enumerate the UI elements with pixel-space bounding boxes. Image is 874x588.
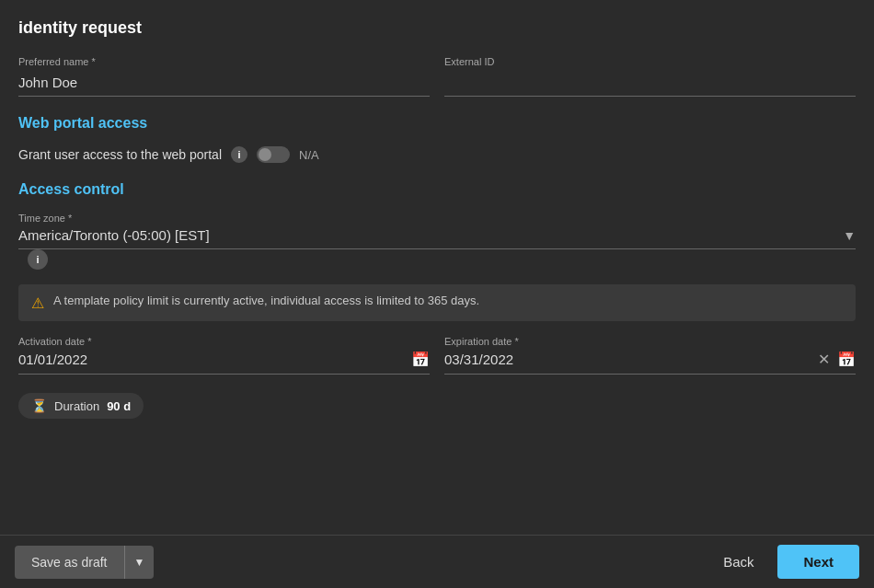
next-button[interactable]: Next bbox=[777, 545, 859, 579]
timezone-value: America/Toronto (-05:00) [EST] bbox=[18, 227, 843, 243]
timezone-field: Time zone * America/Toronto (-05:00) [ES… bbox=[18, 213, 856, 270]
access-control-section: Access control Time zone * America/Toron… bbox=[18, 181, 856, 428]
expiration-date-value: 03/31/2022 bbox=[444, 352, 818, 367]
footer-left: Save as draft ▼ bbox=[15, 546, 154, 579]
expiration-date-wrapper: 03/31/2022 ✕ 📅 bbox=[444, 351, 856, 375]
duration-badge: ⏳ Duration 90 d bbox=[18, 393, 144, 419]
preferred-name-label: Preferred name * bbox=[18, 56, 430, 67]
duration-label: Duration bbox=[54, 399, 99, 413]
warning-icon: ⚠ bbox=[31, 294, 44, 312]
expiration-date-label: Expiration date * bbox=[444, 336, 856, 347]
save-draft-button[interactable]: Save as draft bbox=[15, 546, 124, 579]
expiration-clear-icon[interactable]: ✕ bbox=[818, 351, 830, 368]
policy-warning-banner: ⚠ A template policy limit is currently a… bbox=[18, 284, 856, 321]
activation-date-wrapper: 01/01/2022 📅 bbox=[18, 351, 430, 375]
duration-value: 90 d bbox=[107, 399, 131, 413]
web-portal-toggle-row: Grant user access to the web portal i N/… bbox=[18, 146, 856, 163]
activation-calendar-icon[interactable]: 📅 bbox=[411, 351, 430, 368]
external-id-field: External ID bbox=[444, 56, 856, 97]
timezone-label: Time zone * bbox=[18, 213, 856, 224]
web-portal-info-icon[interactable]: i bbox=[231, 146, 247, 163]
preferred-name-input[interactable] bbox=[18, 71, 430, 97]
top-fields: Preferred name * External ID bbox=[18, 56, 856, 97]
save-draft-dropdown-button[interactable]: ▼ bbox=[124, 546, 155, 579]
activation-date-label: Activation date * bbox=[18, 336, 430, 347]
activation-date-value: 01/01/2022 bbox=[18, 352, 411, 367]
date-row: Activation date * 01/01/2022 📅 Expiratio… bbox=[18, 336, 856, 375]
web-portal-toggle[interactable] bbox=[257, 146, 290, 163]
page-title: identity request bbox=[18, 18, 856, 38]
back-button[interactable]: Back bbox=[710, 545, 766, 579]
timezone-dropdown-arrow[interactable]: ▼ bbox=[843, 228, 856, 243]
timezone-select-wrapper[interactable]: America/Toronto (-05:00) [EST] ▼ bbox=[18, 227, 856, 249]
timezone-info-icon[interactable]: i bbox=[28, 249, 48, 270]
expiration-calendar-icon[interactable]: 📅 bbox=[837, 351, 856, 368]
activation-date-field: Activation date * 01/01/2022 📅 bbox=[18, 336, 430, 375]
web-portal-title: Web portal access bbox=[18, 115, 856, 132]
access-control-title: Access control bbox=[18, 181, 856, 198]
web-portal-na-label: N/A bbox=[299, 148, 319, 162]
footer: Save as draft ▼ Back Next bbox=[0, 535, 874, 588]
preferred-name-field: Preferred name * bbox=[18, 56, 430, 97]
policy-warning-text: A template policy limit is currently act… bbox=[53, 294, 479, 307]
footer-right: Back Next bbox=[710, 545, 859, 579]
hourglass-icon: ⏳ bbox=[31, 398, 47, 413]
external-id-input[interactable] bbox=[444, 71, 856, 97]
web-portal-section: Web portal access Grant user access to t… bbox=[18, 115, 856, 163]
web-portal-toggle-label: Grant user access to the web portal bbox=[18, 147, 222, 162]
external-id-label: External ID bbox=[444, 56, 856, 67]
expiration-date-field: Expiration date * 03/31/2022 ✕ 📅 bbox=[444, 336, 856, 375]
